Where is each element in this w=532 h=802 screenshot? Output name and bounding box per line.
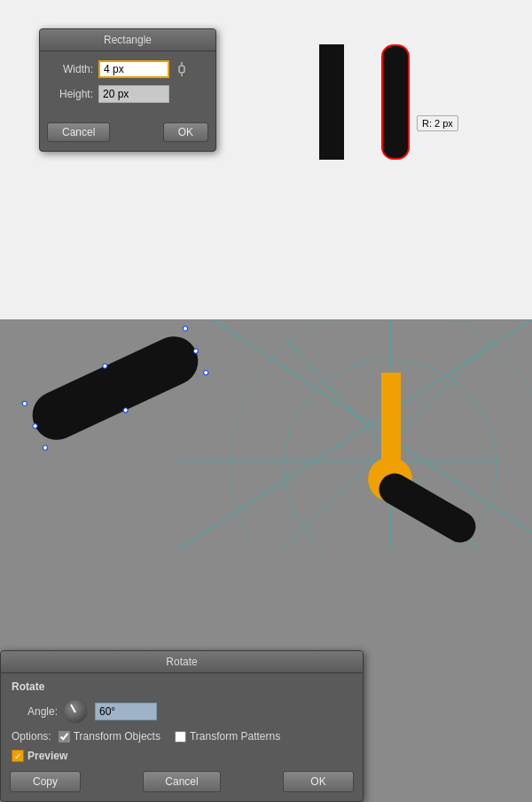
width-input[interactable]: [98, 60, 169, 78]
rect-dialog-title: Rectangle: [40, 29, 215, 51]
transform-patterns-checkbox[interactable]: [175, 731, 186, 743]
options-label: Options:: [12, 730, 51, 743]
transform-patterns-checkbox-label[interactable]: Transform Patterns: [175, 730, 280, 743]
angle-input[interactable]: [95, 703, 157, 720]
preview-checkbox[interactable]: ✓: [12, 750, 24, 762]
black-arm-right: [373, 468, 481, 547]
transform-objects-label: Transform Objects: [74, 730, 160, 743]
rect-ok-button[interactable]: OK: [163, 122, 208, 142]
rotate-dialog-title: Rotate: [1, 651, 363, 673]
svg-line-3: [177, 319, 532, 550]
rect-cancel-button[interactable]: Cancel: [47, 122, 110, 142]
rounded-rectangle: [381, 44, 410, 160]
width-label: Width:: [51, 63, 93, 75]
angle-dial[interactable]: [63, 699, 88, 724]
svg-line-2: [213, 319, 532, 532]
height-input[interactable]: [98, 85, 169, 103]
transform-objects-checkbox[interactable]: [59, 731, 70, 743]
plain-rectangle: [319, 44, 344, 160]
rotate-cancel-button[interactable]: Cancel: [143, 771, 220, 792]
rotation-canvas: [0, 319, 532, 550]
copy-button[interactable]: Copy: [10, 771, 81, 792]
rotate-dialog: Rotate Rotate Angle: Options: Transform …: [0, 650, 364, 802]
preview-label: Preview: [27, 750, 67, 762]
transform-objects-checkbox-label[interactable]: Transform Objects: [59, 730, 160, 743]
link-icon: [173, 60, 191, 78]
shapes-preview: R: 2 px: [266, 27, 497, 319]
radius-label: R: 2 px: [417, 115, 458, 131]
rotated-blade: [25, 328, 207, 447]
rotate-ok-button[interactable]: OK: [283, 771, 354, 792]
rotate-section-heading: Rotate: [1, 673, 363, 696]
height-label: Height:: [51, 88, 93, 100]
angle-label: Angle:: [12, 705, 58, 718]
rectangle-dialog: Rectangle Width: Height: Cancel OK: [39, 28, 216, 152]
transform-patterns-label: Transform Patterns: [190, 730, 280, 743]
